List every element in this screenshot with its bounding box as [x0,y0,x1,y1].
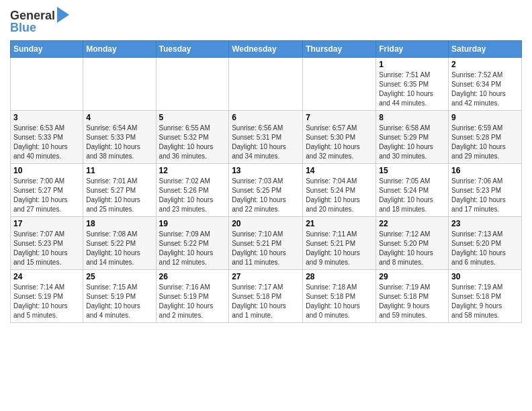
calendar-cell: 24Sunrise: 7:14 AM Sunset: 5:19 PM Dayli… [11,269,83,322]
calendar-cell: 27Sunrise: 7:17 AM Sunset: 5:18 PM Dayli… [229,269,303,322]
weekday-header-sunday: Sunday [11,40,83,57]
calendar-cell: 10Sunrise: 7:00 AM Sunset: 5:27 PM Dayli… [11,163,83,216]
weekday-header-thursday: Thursday [303,40,376,57]
day-number: 20 [232,219,300,228]
day-info: Sunrise: 7:05 AM Sunset: 5:24 PM Dayligh… [379,177,445,214]
calendar-cell: 11Sunrise: 7:01 AM Sunset: 5:27 PM Dayli… [83,163,156,216]
day-number: 23 [451,219,519,228]
day-info: Sunrise: 6:59 AM Sunset: 5:28 PM Dayligh… [451,124,519,161]
calendar-cell: 5Sunrise: 6:55 AM Sunset: 5:32 PM Daylig… [156,110,229,163]
day-number: 4 [86,113,152,122]
day-number: 3 [13,113,80,122]
calendar-cell: 12Sunrise: 7:02 AM Sunset: 5:26 PM Dayli… [156,163,229,216]
calendar-cell: 28Sunrise: 7:18 AM Sunset: 5:18 PM Dayli… [303,269,376,322]
calendar-week-row: 3Sunrise: 6:53 AM Sunset: 5:33 PM Daylig… [11,110,522,163]
calendar-cell: 21Sunrise: 7:11 AM Sunset: 5:21 PM Dayli… [303,216,376,269]
calendar-cell: 7Sunrise: 6:57 AM Sunset: 5:30 PM Daylig… [303,110,376,163]
day-number: 15 [379,166,445,175]
calendar-week-row: 24Sunrise: 7:14 AM Sunset: 5:19 PM Dayli… [11,269,522,322]
day-info: Sunrise: 7:13 AM Sunset: 5:20 PM Dayligh… [451,230,519,267]
day-number: 21 [306,219,373,228]
day-number: 2 [451,60,519,69]
day-info: Sunrise: 7:06 AM Sunset: 5:23 PM Dayligh… [451,177,519,214]
calendar-cell: 25Sunrise: 7:15 AM Sunset: 5:19 PM Dayli… [83,269,156,322]
day-info: Sunrise: 7:09 AM Sunset: 5:22 PM Dayligh… [159,230,226,267]
day-number: 13 [232,166,300,175]
day-info: Sunrise: 6:54 AM Sunset: 5:33 PM Dayligh… [86,124,152,161]
calendar-cell [83,57,156,110]
day-number: 8 [379,113,445,122]
calendar-cell: 1Sunrise: 7:51 AM Sunset: 6:35 PM Daylig… [376,57,449,110]
day-number: 27 [232,272,300,281]
day-number: 11 [86,166,152,175]
weekday-header-wednesday: Wednesday [229,40,303,57]
calendar-cell [156,57,229,110]
calendar-cell: 2Sunrise: 7:52 AM Sunset: 6:34 PM Daylig… [449,57,522,110]
day-number: 29 [379,272,445,281]
day-info: Sunrise: 7:03 AM Sunset: 5:25 PM Dayligh… [232,177,300,214]
calendar-cell: 4Sunrise: 6:54 AM Sunset: 5:33 PM Daylig… [83,110,156,163]
calendar-cell: 13Sunrise: 7:03 AM Sunset: 5:25 PM Dayli… [229,163,303,216]
day-info: Sunrise: 7:07 AM Sunset: 5:23 PM Dayligh… [13,230,80,267]
day-number: 22 [379,219,445,228]
day-info: Sunrise: 7:12 AM Sunset: 5:20 PM Dayligh… [379,230,445,267]
day-info: Sunrise: 7:11 AM Sunset: 5:21 PM Dayligh… [306,230,373,267]
day-number: 1 [379,60,445,69]
day-number: 7 [306,113,373,122]
day-number: 12 [159,166,226,175]
day-info: Sunrise: 6:53 AM Sunset: 5:33 PM Dayligh… [13,124,80,161]
calendar-cell: 19Sunrise: 7:09 AM Sunset: 5:22 PM Dayli… [156,216,229,269]
calendar-cell: 22Sunrise: 7:12 AM Sunset: 5:20 PM Dayli… [376,216,449,269]
weekday-header-monday: Monday [83,40,156,57]
day-number: 5 [159,113,226,122]
day-number: 24 [13,272,80,281]
day-number: 19 [159,219,226,228]
logo-blue: Blue [10,21,36,35]
day-info: Sunrise: 7:18 AM Sunset: 5:18 PM Dayligh… [306,283,373,320]
logo-arrow-icon [57,7,69,23]
day-number: 18 [86,219,152,228]
day-info: Sunrise: 7:19 AM Sunset: 5:18 PM Dayligh… [379,283,445,320]
page-header: General Blue [10,7,522,35]
calendar-cell [11,57,83,110]
day-number: 28 [306,272,373,281]
day-info: Sunrise: 6:56 AM Sunset: 5:31 PM Dayligh… [232,124,300,161]
calendar-table: SundayMondayTuesdayWednesdayThursdayFrid… [10,40,522,323]
calendar-cell: 30Sunrise: 7:19 AM Sunset: 5:18 PM Dayli… [449,269,522,322]
day-info: Sunrise: 7:15 AM Sunset: 5:19 PM Dayligh… [86,283,152,320]
day-info: Sunrise: 7:14 AM Sunset: 5:19 PM Dayligh… [13,283,80,320]
calendar-cell: 23Sunrise: 7:13 AM Sunset: 5:20 PM Dayli… [449,216,522,269]
day-number: 17 [13,219,80,228]
weekday-header-saturday: Saturday [449,40,522,57]
calendar-cell: 6Sunrise: 6:56 AM Sunset: 5:31 PM Daylig… [229,110,303,163]
day-info: Sunrise: 7:19 AM Sunset: 5:18 PM Dayligh… [451,283,519,320]
weekday-header-tuesday: Tuesday [156,40,229,57]
day-info: Sunrise: 7:01 AM Sunset: 5:27 PM Dayligh… [86,177,152,214]
day-info: Sunrise: 7:00 AM Sunset: 5:27 PM Dayligh… [13,177,80,214]
calendar-cell: 18Sunrise: 7:08 AM Sunset: 5:22 PM Dayli… [83,216,156,269]
calendar-cell [303,57,376,110]
day-info: Sunrise: 7:04 AM Sunset: 5:24 PM Dayligh… [306,177,373,214]
calendar-cell: 29Sunrise: 7:19 AM Sunset: 5:18 PM Dayli… [376,269,449,322]
day-info: Sunrise: 6:55 AM Sunset: 5:32 PM Dayligh… [159,124,226,161]
calendar-cell: 14Sunrise: 7:04 AM Sunset: 5:24 PM Dayli… [303,163,376,216]
weekday-header-row: SundayMondayTuesdayWednesdayThursdayFrid… [11,40,522,57]
calendar-cell: 3Sunrise: 6:53 AM Sunset: 5:33 PM Daylig… [11,110,83,163]
calendar-cell: 8Sunrise: 6:58 AM Sunset: 5:29 PM Daylig… [376,110,449,163]
day-info: Sunrise: 7:52 AM Sunset: 6:34 PM Dayligh… [451,71,519,108]
calendar-cell: 15Sunrise: 7:05 AM Sunset: 5:24 PM Dayli… [376,163,449,216]
logo: General Blue [10,9,69,35]
day-info: Sunrise: 7:10 AM Sunset: 5:21 PM Dayligh… [232,230,300,267]
day-info: Sunrise: 7:02 AM Sunset: 5:26 PM Dayligh… [159,177,226,214]
day-number: 6 [232,113,300,122]
day-info: Sunrise: 6:58 AM Sunset: 5:29 PM Dayligh… [379,124,445,161]
calendar-week-row: 17Sunrise: 7:07 AM Sunset: 5:23 PM Dayli… [11,216,522,269]
calendar-cell: 20Sunrise: 7:10 AM Sunset: 5:21 PM Dayli… [229,216,303,269]
calendar-cell [229,57,303,110]
day-info: Sunrise: 7:17 AM Sunset: 5:18 PM Dayligh… [232,283,300,320]
day-number: 25 [86,272,152,281]
calendar-week-row: 10Sunrise: 7:00 AM Sunset: 5:27 PM Dayli… [11,163,522,216]
weekday-header-friday: Friday [376,40,449,57]
calendar-cell: 26Sunrise: 7:16 AM Sunset: 5:19 PM Dayli… [156,269,229,322]
day-number: 9 [451,113,519,122]
